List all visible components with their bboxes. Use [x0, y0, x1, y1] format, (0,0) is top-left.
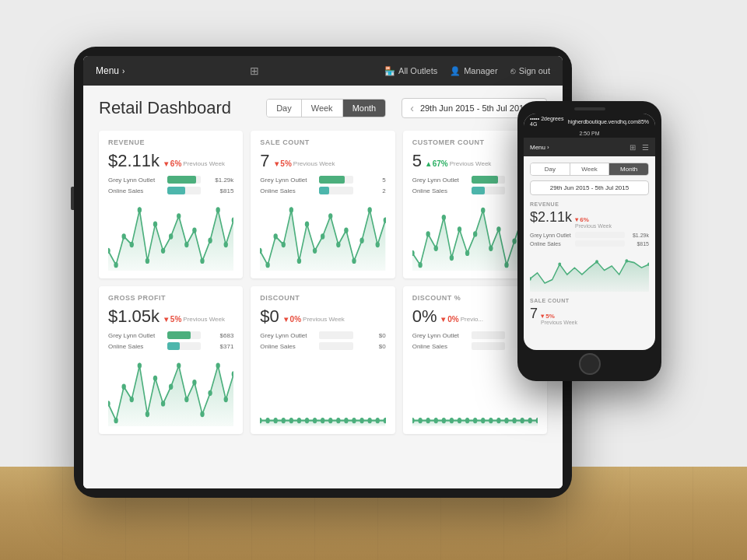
- change-label: Previous Week: [183, 160, 225, 167]
- change-label: Previous Week: [293, 160, 335, 167]
- outlets-label: All Outlets: [398, 66, 437, 75]
- phone-revenue-card: REVENUE $2.11k ▾ 6% Previous Week Grey L…: [530, 201, 649, 292]
- card-value-row: $2.11k ▾ 6% Previous Week: [108, 151, 233, 171]
- card-value: 7: [260, 151, 269, 171]
- phone-day-button[interactable]: Day: [531, 163, 570, 175]
- tablet-content: Retail Dashboard Day Week Month ‹ 29th J…: [83, 86, 563, 488]
- card-label: REVENUE: [108, 138, 233, 146]
- svg-point-50: [512, 238, 516, 243]
- phone-bar-val-2: $815: [627, 241, 649, 247]
- period-month-button[interactable]: Month: [343, 100, 386, 117]
- bar-row: Online Sales 2: [260, 187, 385, 194]
- svg-point-98: [465, 418, 469, 423]
- grid-icon[interactable]: ⊞: [250, 65, 259, 77]
- svg-point-105: [520, 418, 524, 423]
- svg-point-61: [153, 376, 157, 381]
- svg-point-35: [384, 217, 386, 222]
- manager-label: Manager: [464, 66, 497, 75]
- svg-point-41: [441, 215, 445, 220]
- phone-bar-label-1: Grey Lynn Outlet: [530, 233, 573, 238]
- bar-row: Grey Lynn Outlet $683: [108, 331, 233, 339]
- bar-track: [319, 342, 352, 350]
- svg-point-32: [360, 238, 364, 243]
- prev-date-button[interactable]: ‹: [410, 102, 414, 114]
- period-week-button[interactable]: Week: [302, 100, 343, 117]
- card-revenue: REVENUE $2.11k ▾ 6% Previous Week Grey L…: [99, 131, 243, 278]
- bar-value: $0: [358, 332, 386, 339]
- phone-device: ••••• 2degrees 4G higherdboutique.vendhq…: [517, 101, 661, 381]
- phone-screen: ••••• 2degrees 4G higherdboutique.vendhq…: [524, 114, 655, 350]
- phone-grid-icon[interactable]: ⊞: [630, 143, 636, 152]
- bar-track: [167, 342, 201, 350]
- svg-point-85: [352, 418, 356, 423]
- svg-point-112: [625, 259, 628, 262]
- page-title: Retail Dashboard: [99, 98, 251, 118]
- phone-speaker: [574, 107, 605, 110]
- bar-rows: Grey Lynn Outlet $683 Online Sales $371: [108, 331, 233, 353]
- change-pct: ▾ 5%: [275, 159, 292, 168]
- svg-point-78: [297, 418, 301, 423]
- bar-label: Grey Lynn Outlet: [260, 177, 314, 184]
- svg-point-79: [305, 418, 309, 423]
- bar-fill: [319, 187, 329, 194]
- svg-point-48: [496, 226, 500, 232]
- nav-signout[interactable]: ⎋ Sign out: [510, 66, 550, 75]
- svg-point-7: [153, 222, 157, 227]
- nav-manager[interactable]: 👤 Manager: [450, 66, 497, 76]
- bar-fill: [167, 342, 180, 350]
- phone-battery: 85%: [638, 119, 649, 124]
- change-label: Previo...: [461, 316, 483, 323]
- svg-point-71: [232, 371, 234, 376]
- svg-point-29: [336, 242, 340, 247]
- card-label: GROSS PROFIT: [108, 294, 233, 302]
- phone-sale-value-row: 7 ▾ 5% Previous Week: [530, 306, 649, 325]
- svg-point-22: [282, 242, 286, 247]
- phone-month-button[interactable]: Month: [609, 163, 648, 175]
- phone-home-button[interactable]: [579, 353, 601, 375]
- phone-menu-icon[interactable]: ☰: [642, 143, 649, 152]
- nav-outlets[interactable]: 🏪 All Outlets: [384, 66, 437, 76]
- bar-label: Online Sales: [260, 187, 314, 194]
- phone-sale-change-label: Previous Week: [541, 320, 577, 325]
- svg-point-56: [114, 418, 117, 423]
- bar-row: Grey Lynn Outlet $0: [260, 331, 385, 339]
- svg-point-15: [216, 207, 219, 212]
- bar-fill: [167, 187, 185, 194]
- svg-point-62: [161, 401, 165, 406]
- bar-track: [167, 176, 201, 184]
- mini-chart: [108, 202, 233, 271]
- svg-point-94: [433, 418, 437, 423]
- svg-point-59: [138, 362, 142, 368]
- bar-track: [319, 187, 352, 194]
- phone-week-button[interactable]: Week: [570, 163, 610, 175]
- svg-point-4: [130, 242, 134, 247]
- card-value-row: $0 ▾ 0% Previous Week: [260, 306, 385, 327]
- svg-point-27: [321, 233, 324, 239]
- nav-menu-button[interactable]: Menu ›: [96, 65, 124, 76]
- phone-date-range[interactable]: 29th Jun 2015 - 5th Jul 2015: [530, 180, 649, 195]
- bar-track: [167, 331, 201, 339]
- svg-point-84: [345, 418, 349, 423]
- mini-chart: [260, 202, 385, 271]
- svg-point-38: [418, 262, 422, 268]
- svg-point-47: [489, 246, 493, 251]
- period-day-button[interactable]: Day: [267, 100, 302, 117]
- mini-chart: [260, 358, 385, 426]
- phone-menu-button[interactable]: Menu ›: [530, 144, 549, 151]
- svg-point-64: [177, 362, 181, 368]
- svg-point-3: [121, 233, 125, 239]
- svg-point-77: [289, 418, 293, 423]
- svg-point-12: [192, 227, 196, 233]
- bar-row: Online Sales $815: [108, 187, 233, 194]
- svg-point-16: [224, 242, 228, 247]
- menu-label: Menu: [96, 65, 119, 76]
- bar-value: $371: [205, 343, 233, 350]
- svg-point-55: [108, 401, 110, 406]
- svg-point-111: [595, 260, 598, 263]
- nav-right-items: 🏪 All Outlets 👤 Manager ⎋ Sign out: [384, 66, 550, 76]
- svg-point-102: [496, 418, 500, 423]
- bar-value: $815: [205, 187, 233, 194]
- svg-point-34: [376, 242, 380, 247]
- mini-chart: [108, 358, 233, 426]
- svg-point-101: [489, 418, 493, 423]
